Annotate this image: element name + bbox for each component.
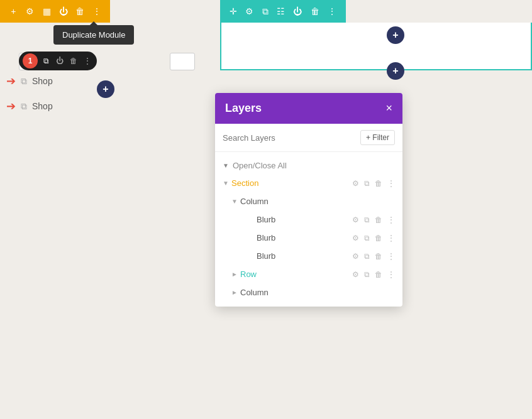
power-icon2[interactable]: ⏻ <box>293 6 302 16</box>
shop-label-1: Shop <box>32 76 53 86</box>
layers-filter-button[interactable]: + Filter <box>360 130 395 145</box>
copy-module-icon[interactable]: ⧉ <box>40 55 52 67</box>
layers-title: Layers <box>225 102 262 115</box>
column1-name: Column <box>240 197 395 206</box>
layer-column-1: ▼ Column <box>215 192 402 210</box>
teal-section <box>220 23 532 70</box>
add-row-button[interactable]: + <box>387 62 404 80</box>
duplicate-module-tooltip: Duplicate Module <box>53 25 134 45</box>
shop-item-2: ➔ ⧉ Shop <box>6 99 53 113</box>
blurb1-more-icon[interactable]: ⋮ <box>387 215 395 224</box>
power-icon[interactable]: ⏻ <box>57 5 70 18</box>
add-section-button[interactable]: + <box>387 26 404 44</box>
copy-icon-2[interactable]: ⧉ <box>21 101 27 112</box>
blurb3-actions: ⚙ ⧉ 🗑 ⋮ <box>352 252 395 261</box>
module-badge: 1 <box>23 53 38 68</box>
shop-items-list: ➔ ⧉ Shop ➔ ⧉ Shop <box>6 74 53 124</box>
shop-item-1: ➔ ⧉ Shop <box>6 74 53 88</box>
blurb2-gear-icon[interactable]: ⚙ <box>352 234 359 242</box>
grid-icon[interactable]: ☷ <box>277 6 285 16</box>
layers-search-input[interactable] <box>223 133 355 143</box>
column2-name: Column <box>240 288 395 297</box>
blurb1-trash-icon[interactable]: 🗑 <box>375 215 382 224</box>
more-icon[interactable]: ⋮ <box>91 5 103 18</box>
section-trash-icon[interactable]: 🗑 <box>375 179 382 188</box>
layer-blurb-3: Blurb ⚙ ⧉ 🗑 ⋮ <box>215 247 402 265</box>
arrow-icon-1: ➔ <box>6 74 16 88</box>
blurb1-copy-icon[interactable]: ⧉ <box>364 215 370 224</box>
blurb2-copy-icon[interactable]: ⧉ <box>364 234 370 242</box>
gear-icon[interactable]: ⚙ <box>24 5 36 18</box>
section-gear-icon[interactable]: ⚙ <box>352 179 359 188</box>
more-module-icon[interactable]: ⋮ <box>82 55 93 67</box>
layers-panel: Layers × + Filter ▼ Open/Close All ▼ Sec… <box>215 93 402 307</box>
trash-module-icon[interactable]: 🗑 <box>68 55 79 67</box>
blurb3-name: Blurb <box>257 251 352 261</box>
power-module-icon[interactable]: ⏻ <box>54 55 65 67</box>
layout-icon[interactable]: ▦ <box>40 5 53 18</box>
blurb2-more-icon[interactable]: ⋮ <box>387 234 395 242</box>
blurb2-trash-icon[interactable]: 🗑 <box>375 234 382 242</box>
row-gear-icon[interactable]: ⚙ <box>352 270 359 279</box>
layer-section: ▼ Section ⚙ ⧉ 🗑 ⋮ <box>215 174 402 192</box>
section-name: Section <box>231 178 352 188</box>
gear-icon2[interactable]: ⚙ <box>245 6 253 16</box>
copy-icon2[interactable]: ⧉ <box>262 6 269 17</box>
open-close-label: Open/Close All <box>233 161 287 170</box>
blurb3-more-icon[interactable]: ⋮ <box>387 252 395 261</box>
row-copy-icon[interactable]: ⧉ <box>364 270 370 279</box>
blurb1-name: Blurb <box>257 215 352 224</box>
section-more-icon[interactable]: ⋮ <box>387 179 395 188</box>
layer-blurb-2: Blurb ⚙ ⧉ 🗑 ⋮ <box>215 229 402 247</box>
arrow-icon-2: ➔ <box>6 99 16 113</box>
module-toolbar: 1 ⧉ ⏻ 🗑 ⋮ <box>19 52 97 70</box>
column1-chevron[interactable]: ▼ <box>231 198 240 205</box>
copy-icon-1[interactable]: ⧉ <box>21 76 27 87</box>
blurb2-name: Blurb <box>257 233 352 242</box>
top-left-toolbar[interactable]: + ⚙ ▦ ⏻ 🗑 ⋮ <box>0 0 110 23</box>
blurb3-trash-icon[interactable]: 🗑 <box>375 252 382 261</box>
open-close-chevron: ▼ <box>223 162 229 169</box>
section-copy-icon[interactable]: ⧉ <box>364 179 370 188</box>
more-icon2[interactable]: ⋮ <box>328 6 336 16</box>
layer-blurb-1: Blurb ⚙ ⧉ 🗑 ⋮ <box>215 210 402 229</box>
layers-content: ▼ Open/Close All ▼ Section ⚙ ⧉ 🗑 ⋮ ▼ Col… <box>215 152 402 307</box>
layers-header: Layers × <box>215 93 402 124</box>
move-icon[interactable]: ✛ <box>230 6 237 16</box>
row-more-icon[interactable]: ⋮ <box>387 270 395 279</box>
trash-icon[interactable]: 🗑 <box>74 5 86 18</box>
blurb3-gear-icon[interactable]: ⚙ <box>352 252 359 261</box>
row-trash-icon[interactable]: 🗑 <box>375 270 382 279</box>
section-chevron[interactable]: ▼ <box>223 180 231 187</box>
row-chevron[interactable]: ► <box>231 271 240 278</box>
section-actions: ⚙ ⧉ 🗑 ⋮ <box>352 179 395 188</box>
shop-label-2: Shop <box>32 101 53 111</box>
layer-column-2: ► Column <box>215 283 402 302</box>
layers-search-bar[interactable]: + Filter <box>215 124 402 152</box>
blurb3-copy-icon[interactable]: ⧉ <box>364 252 370 261</box>
add-icon[interactable]: + <box>7 5 19 18</box>
blurb1-actions: ⚙ ⧉ 🗑 ⋮ <box>352 215 395 224</box>
blurb1-gear-icon[interactable]: ⚙ <box>352 215 359 224</box>
blurb2-actions: ⚙ ⧉ 🗑 ⋮ <box>352 234 395 242</box>
layer-row: ► Row ⚙ ⧉ 🗑 ⋮ <box>215 265 402 283</box>
trash-icon2[interactable]: 🗑 <box>311 6 319 16</box>
column2-chevron[interactable]: ► <box>231 289 240 296</box>
module-input-right[interactable] <box>170 53 195 70</box>
tooltip-text: Duplicate Module <box>62 30 125 40</box>
row-actions: ⚙ ⧉ 🗑 ⋮ <box>352 270 395 279</box>
add-module-button[interactable]: + <box>97 80 114 98</box>
row-name: Row <box>240 269 352 279</box>
open-close-all[interactable]: ▼ Open/Close All <box>215 157 402 174</box>
layers-close-button[interactable]: × <box>385 102 392 115</box>
top-right-toolbar[interactable]: ✛ ⚙ ⧉ ☷ ⏻ 🗑 ⋮ <box>220 0 346 23</box>
